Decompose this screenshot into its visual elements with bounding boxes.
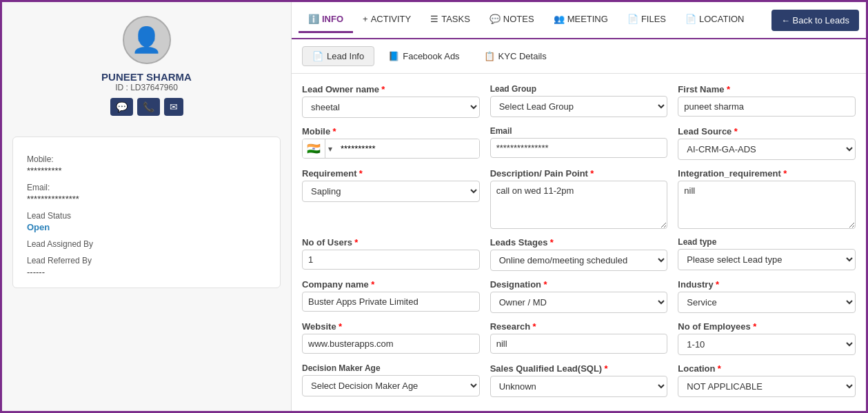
research-label: Research * [490,321,668,332]
tasks-icon: ☰ [430,14,438,24]
lead-type-label: Lead type [678,237,856,247]
lead-info-icon: 📄 [312,51,323,61]
sql-select[interactable]: Unknown [490,376,668,397]
email-label: Email: [27,183,266,192]
designation-select[interactable]: Owner / MD [490,292,668,313]
company-label: Company name * [302,279,480,290]
industry-group: Industry * Service [678,279,856,313]
company-input[interactable] [302,292,480,312]
description-textarea[interactable]: call on wed 11-2pm [490,181,668,229]
lead-group-select[interactable]: Select Lead Group [490,96,668,117]
website-group: Website * [302,321,480,355]
industry-select[interactable]: Service [678,292,856,313]
no-users-label: No of Users * [302,237,480,248]
mobile-input-container: 🇮🇳 ▾ [302,139,480,159]
tab-tasks[interactable]: ☰ TASKS [421,7,480,33]
tab-notes[interactable]: 💬 NOTES [480,7,544,33]
avatar: 👤 [123,16,171,64]
country-code: ▾ [325,140,335,158]
notes-icon: 💬 [489,14,501,24]
location-icon: 📄 [685,14,696,24]
leads-stages-group: Leads Stages * Online demo/meeting sched… [490,237,668,271]
subtab-lead-info[interactable]: 📄 Lead Info [302,46,374,66]
mobile-label: Mobile: [27,154,266,164]
top-nav-tabs: ℹ️ INFO + ACTIVITY ☰ TASKS 💬 NOTES 👥 [299,7,771,33]
requirement-label: Requirement * [302,168,480,179]
decision-age-group: Decision Maker Age Select Decision Maker… [302,363,480,397]
email-button[interactable]: ✉ [164,98,183,116]
lead-status-value: Open [27,222,266,232]
mobile-value: ********** [27,165,266,176]
company-group: Company name * [302,279,480,313]
lead-type-select[interactable]: Please select Lead type [678,249,856,270]
location-label: Location * [678,363,856,374]
sub-nav: 📄 Lead Info 📘 Facebook Ads 📋 KYC Details [292,39,866,74]
decision-age-select[interactable]: Select Decision Maker Age [302,375,480,396]
form-area: Lead Owner name * sheetal Lead Group Sel… [292,74,866,411]
no-employees-label: No of Employees * [678,321,856,332]
lead-group-group: Lead Group Select Lead Group [490,84,668,118]
user-icon: 👤 [131,26,162,54]
description-group: Description/ Pain Point * call on wed 11… [490,168,668,229]
lead-status-label: Lead Status [27,211,266,221]
chat-button[interactable]: 💬 [110,98,133,116]
tab-activity[interactable]: + ACTIVITY [353,7,421,33]
subtab-kyc-details[interactable]: 📋 KYC Details [474,46,557,66]
no-users-group: No of Users * [302,237,480,271]
tab-info[interactable]: ℹ️ INFO [299,7,353,33]
research-group: Research * [490,321,668,355]
tab-location[interactable]: 📄 LOCATION [676,7,754,33]
email-group: Email [490,126,668,160]
description-label: Description/ Pain Point * [490,168,668,179]
designation-group: Designation * Owner / MD [490,279,668,313]
website-input[interactable] [302,334,480,354]
lead-assigned-label: Lead Assigned By [27,239,266,249]
email-field-label: Email [490,126,668,136]
requirement-group: Requirement * Sapling [302,168,480,229]
website-label: Website * [302,321,480,332]
first-name-group: First Name * [678,84,856,118]
mobile-group: Mobile * 🇮🇳 ▾ [302,126,480,160]
location-group: Location * NOT APPLICABLE [678,363,856,397]
email-input[interactable] [490,138,668,158]
back-to-leads-button[interactable]: ← Back to Leads [771,10,859,31]
decision-age-label: Decision Maker Age [302,363,480,373]
flag-icon: 🇮🇳 [303,139,325,158]
location-select[interactable]: NOT APPLICABLE [678,376,856,397]
phone-button[interactable]: 📞 [137,98,160,116]
subtab-facebook-ads[interactable]: 📘 Facebook Ads [378,46,470,66]
sql-label: Sales Qualified Lead(SQL) * [490,363,668,374]
lead-type-group: Lead type Please select Lead type [678,237,856,271]
tab-meeting[interactable]: 👥 MEETING [544,7,618,33]
leads-stages-label: Leads Stages * [490,237,668,248]
lead-owner-select[interactable]: sheetal [302,97,480,118]
no-employees-group: No of Employees * 1-10 [678,321,856,355]
lead-source-select[interactable]: AI-CRM-GA-ADS [678,139,856,160]
integration-label: Integration_requirement * [678,168,856,179]
user-name: PUNEET SHARMA [101,71,192,83]
activity-icon: + [363,14,368,24]
leads-stages-select[interactable]: Online demo/meeting scheduled [490,250,668,271]
requirement-select[interactable]: Sapling [302,181,480,202]
lead-group-label: Lead Group [490,84,668,94]
lead-referred-value: ------ [27,267,266,277]
lead-referred-label: Lead Referred By [27,256,266,265]
user-id: ID : LD37647960 [115,83,178,92]
industry-label: Industry * [678,279,856,290]
first-name-label: First Name * [678,84,856,94]
facebook-icon: 📘 [388,51,399,61]
research-input[interactable] [490,334,668,354]
lead-source-label: Lead Source * [678,126,856,137]
lead-source-group: Lead Source * AI-CRM-GA-ADS [678,126,856,160]
tab-files[interactable]: 📄 FILES [618,7,676,33]
lead-owner-group: Lead Owner name * sheetal [302,84,480,118]
kyc-icon: 📋 [484,51,495,61]
first-name-input[interactable] [678,97,856,117]
no-users-input[interactable] [302,250,480,270]
info-icon: ℹ️ [308,14,319,24]
sql-group: Sales Qualified Lead(SQL) * Unknown [490,363,668,397]
no-employees-select[interactable]: 1-10 [678,334,856,355]
designation-label: Designation * [490,279,668,290]
mobile-input[interactable] [335,139,479,158]
integration-textarea[interactable]: nill [678,181,856,229]
